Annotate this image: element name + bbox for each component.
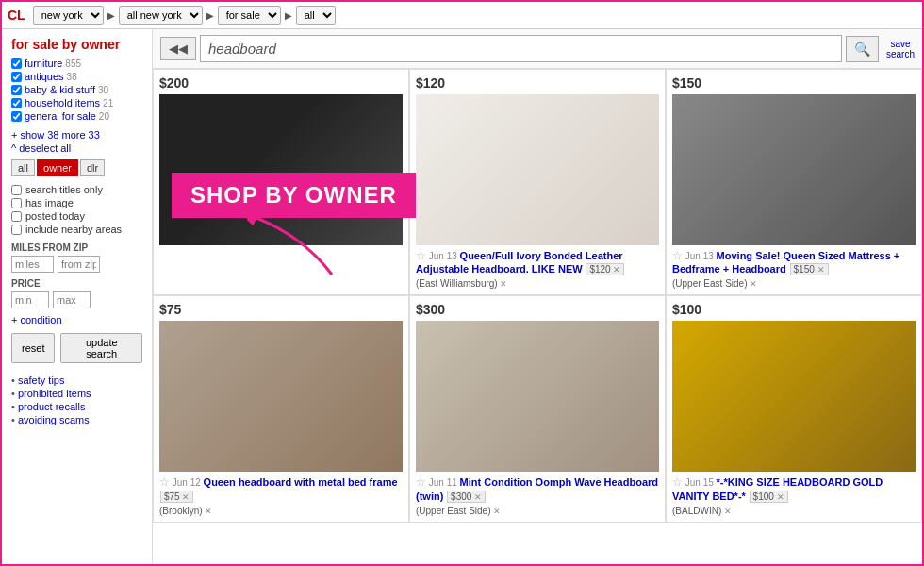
- tag-x-2[interactable]: ✕: [613, 265, 620, 275]
- search-bar: ◀◀ 🔍 save search: [153, 29, 922, 69]
- miles-row: [11, 256, 142, 273]
- category-household-label[interactable]: household items: [25, 97, 100, 108]
- miles-input[interactable]: [11, 256, 54, 273]
- listing-image-6: [672, 321, 916, 472]
- filter-posted-today: posted today: [11, 210, 142, 222]
- category-select[interactable]: for sale: [218, 6, 281, 25]
- listing-card-5[interactable]: $300 ☆ Jun 11 Mint Condition Oomph Wave …: [409, 295, 666, 522]
- sidebar: for sale by owner furniture 855 antiques…: [2, 29, 153, 566]
- subcategory-select[interactable]: all: [296, 6, 336, 25]
- category-furniture: furniture 855: [11, 58, 142, 69]
- tag-x-6[interactable]: ✕: [777, 492, 784, 502]
- location-x-5[interactable]: ✕: [493, 507, 501, 516]
- filter-nearby: include nearby areas: [11, 224, 142, 235]
- zip-input[interactable]: [58, 256, 100, 273]
- listing-card-3[interactable]: $150 ☆ Jun 13 Moving Sale! Queen Sized M…: [666, 69, 922, 295]
- tab-all[interactable]: all: [11, 159, 35, 176]
- listing-image-4: [159, 321, 403, 472]
- filter-image-checkbox[interactable]: [11, 198, 22, 208]
- listing-image-1: [159, 94, 403, 245]
- filter-titles-checkbox[interactable]: [11, 185, 22, 195]
- star-icon-3[interactable]: ☆: [672, 249, 683, 262]
- category-baby-label[interactable]: baby & kid stuff: [25, 84, 95, 95]
- tag-x-3[interactable]: ✕: [817, 265, 825, 275]
- save-search-button[interactable]: save search: [886, 39, 915, 59]
- city-select[interactable]: new york: [33, 6, 104, 25]
- listing-location-4: (Brooklyn) ✕: [159, 506, 403, 516]
- avoiding-scams-link[interactable]: avoiding scams: [11, 414, 142, 425]
- listing-price-1: $200: [159, 75, 403, 91]
- category-list: furniture 855 antiques 38 baby & kid stu…: [11, 58, 142, 122]
- location-x-3[interactable]: ✕: [750, 279, 757, 289]
- update-search-button[interactable]: update search: [60, 333, 142, 363]
- listing-price-4: $75: [159, 302, 403, 317]
- search-back-button[interactable]: ◀◀: [160, 37, 196, 60]
- star-icon-5[interactable]: ☆: [416, 475, 426, 489]
- listing-price-tag-2: $120 ✕: [586, 263, 624, 275]
- tag-x-4[interactable]: ✕: [182, 492, 190, 502]
- listing-location-6: (BALDWIN) ✕: [672, 506, 916, 516]
- listing-meta-2: ☆ Jun 13 Queen/Full Ivory Bonded Leather…: [416, 249, 659, 276]
- nav-arrow-2: ▶: [206, 10, 214, 21]
- search-input[interactable]: [200, 35, 842, 62]
- listing-price-tag-3: $150 ✕: [790, 263, 829, 275]
- star-icon-6[interactable]: ☆: [672, 475, 683, 489]
- category-household: household items 21: [11, 97, 142, 108]
- location-x-4[interactable]: ✕: [205, 507, 212, 516]
- listing-card-4[interactable]: $75 ☆ Jun 12 Queen headboard with metal …: [153, 295, 409, 522]
- listing-location-2: (East Williamsburg) ✕: [416, 278, 659, 289]
- category-furniture-checkbox[interactable]: [11, 58, 22, 69]
- filter-image-label: has image: [25, 197, 74, 208]
- price-max-input[interactable]: [53, 291, 91, 308]
- category-household-checkbox[interactable]: [11, 98, 22, 108]
- listing-meta-4: ☆ Jun 12 Queen headboard with metal bed …: [159, 475, 403, 503]
- listing-image-5: [416, 321, 659, 472]
- listing-location-3: (Upper East Side) ✕: [672, 278, 916, 289]
- star-icon-4[interactable]: ☆: [159, 475, 170, 489]
- listing-date-2: Jun 13: [429, 251, 457, 261]
- price-min-input[interactable]: [11, 291, 49, 308]
- listing-card-2[interactable]: $120 ☆ Jun 13 Queen/Full Ivory Bonded Le…: [409, 69, 666, 295]
- safety-tips-link[interactable]: safety tips: [11, 375, 142, 386]
- condition-toggle[interactable]: + condition: [11, 314, 142, 325]
- region-select[interactable]: all new york: [119, 6, 203, 25]
- category-antiques-checkbox[interactable]: [11, 72, 22, 82]
- tab-owner[interactable]: owner: [37, 159, 78, 176]
- listing-price-tag-4: $75 ✕: [160, 491, 193, 503]
- reset-button[interactable]: reset: [11, 333, 55, 363]
- listing-location-5: (Upper East Side) ✕: [416, 506, 659, 516]
- listings-grid: $200 $120 ☆ Jun 13 Queen/Full Ivory Bond…: [153, 69, 922, 523]
- filter-nearby-label: include nearby areas: [25, 224, 122, 235]
- listing-card-1[interactable]: $200: [153, 69, 409, 295]
- category-furniture-label[interactable]: furniture: [25, 58, 62, 69]
- price-label: PRICE: [11, 278, 142, 289]
- category-general-label[interactable]: general for sale: [25, 110, 96, 122]
- prohibited-items-link[interactable]: prohibited items: [11, 388, 142, 399]
- listing-price-5: $300: [416, 302, 659, 317]
- filter-nearby-checkbox[interactable]: [11, 225, 22, 235]
- category-antiques: antiques 38: [11, 71, 142, 82]
- deselect-all-link[interactable]: ^ deselect all: [11, 142, 142, 154]
- category-baby-checkbox[interactable]: [11, 85, 22, 95]
- tag-x-5[interactable]: ✕: [474, 492, 482, 502]
- nav-arrow-1: ▶: [107, 10, 115, 21]
- filter-today-checkbox[interactable]: [11, 211, 22, 222]
- top-nav: CL new york ▶ all new york ▶ for sale ▶ …: [2, 2, 922, 29]
- listing-card-6[interactable]: $100 ☆ Jun 15 *-*KING SIZE HEADBOARD GOL…: [666, 295, 922, 522]
- category-antiques-label[interactable]: antiques: [25, 71, 64, 82]
- listing-title-4[interactable]: Queen headboard with metal bed frame: [204, 476, 398, 488]
- listing-meta-3: ☆ Jun 13 Moving Sale! Queen Sized Mattre…: [672, 249, 916, 276]
- product-recalls-link[interactable]: product recalls: [11, 401, 142, 412]
- location-x-2[interactable]: ✕: [500, 279, 507, 289]
- category-general-checkbox[interactable]: [11, 111, 22, 122]
- category-baby: baby & kid stuff 30: [11, 84, 142, 95]
- tab-dlr[interactable]: dlr: [80, 159, 105, 176]
- show-more-link[interactable]: + show 38 more 33: [11, 129, 142, 141]
- category-general: general for sale 20: [11, 110, 142, 122]
- search-submit-button[interactable]: 🔍: [846, 36, 879, 62]
- search-label: search: [886, 49, 915, 59]
- star-icon-2[interactable]: ☆: [416, 249, 426, 262]
- filter-tabs: all owner dlr: [11, 159, 142, 176]
- location-x-6[interactable]: ✕: [724, 507, 732, 516]
- miles-label: MILES FROM ZIP: [11, 242, 142, 253]
